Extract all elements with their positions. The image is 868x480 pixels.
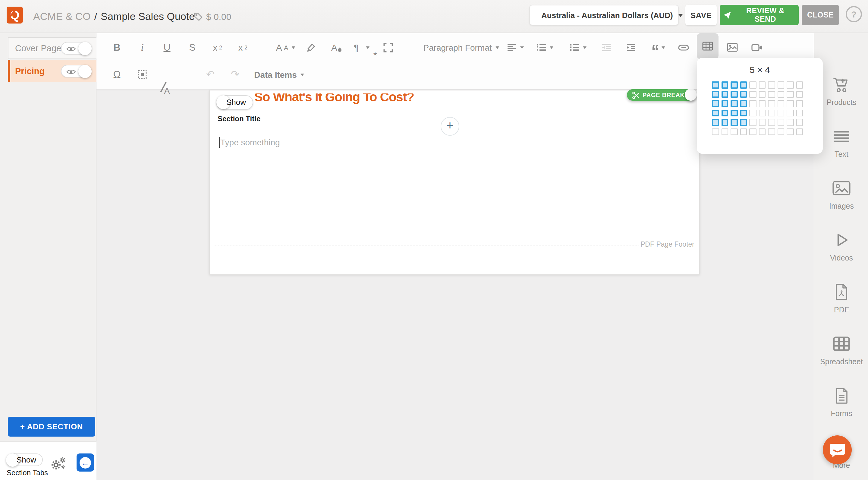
redo-button[interactable]: ↷: [227, 66, 243, 83]
embed-button[interactable]: [134, 66, 150, 83]
grid-cell[interactable]: [721, 82, 728, 88]
grid-cell[interactable]: [740, 100, 747, 107]
text-editor-area[interactable]: Type something: [219, 137, 280, 148]
grid-cell[interactable]: [749, 128, 756, 135]
insert-video-button[interactable]: [748, 39, 767, 56]
grid-cell[interactable]: [786, 91, 794, 98]
grid-cell[interactable]: [749, 82, 756, 88]
grid-cell[interactable]: [796, 128, 803, 135]
grid-cell[interactable]: [721, 128, 728, 135]
grid-cell[interactable]: [796, 82, 803, 88]
grid-cell[interactable]: [740, 119, 747, 126]
italic-button[interactable]: i: [137, 39, 147, 56]
grid-cell[interactable]: [731, 110, 738, 116]
grid-cell[interactable]: [740, 91, 747, 98]
align-button[interactable]: [503, 39, 527, 56]
grid-cell[interactable]: [768, 110, 775, 116]
help-button[interactable]: ?: [846, 6, 862, 22]
add-block-button[interactable]: +: [441, 117, 459, 136]
sidebar-item-pdf[interactable]: PDF: [814, 283, 868, 314]
font-size-button[interactable]: AA: [273, 39, 299, 56]
grid-cell[interactable]: [749, 100, 756, 107]
grid-cell[interactable]: [740, 110, 747, 116]
grid-cell[interactable]: [758, 100, 766, 107]
grid-cell[interactable]: [758, 91, 766, 98]
ordered-list-button[interactable]: [533, 39, 557, 56]
cover-page-visibility-toggle[interactable]: [61, 42, 91, 55]
sidebar-item-spreadsheet[interactable]: Spreadsheet: [814, 335, 868, 366]
page-break-toggle[interactable]: PAGE BREAK: [627, 89, 696, 101]
close-button[interactable]: CLOSE: [802, 5, 839, 25]
insert-image-button[interactable]: [723, 39, 741, 56]
paragraph-format-dropdown[interactable]: Paragraph Format: [420, 39, 502, 56]
grid-cell[interactable]: [712, 82, 719, 88]
grid-cell[interactable]: [731, 100, 738, 107]
grid-cell[interactable]: [740, 82, 747, 88]
grid-cell[interactable]: [758, 119, 766, 126]
superscript-button[interactable]: x2: [235, 39, 251, 56]
grid-cell[interactable]: [777, 119, 784, 126]
grid-cell[interactable]: [796, 119, 803, 126]
currency-select[interactable]: Australia - Australian Dollars (AUD): [529, 5, 679, 25]
grid-cell[interactable]: [768, 119, 775, 126]
save-button[interactable]: SAVE: [685, 5, 717, 25]
grid-cell[interactable]: [758, 128, 766, 135]
document-title[interactable]: Sample Sales Quote: [101, 10, 195, 23]
grid-cell[interactable]: [712, 100, 719, 107]
grid-cell[interactable]: [796, 110, 803, 116]
undo-button[interactable]: ↶: [203, 66, 218, 83]
grid-cell[interactable]: [768, 82, 775, 88]
subscript-button[interactable]: x2: [210, 39, 226, 56]
sidebar-item-pricing[interactable]: Pricing: [8, 60, 96, 82]
bullet-list-button[interactable]: [566, 39, 590, 56]
pricing-visibility-toggle[interactable]: [61, 64, 91, 77]
grid-cell[interactable]: [721, 110, 728, 116]
indent-button[interactable]: [623, 39, 640, 56]
grid-cell[interactable]: [786, 119, 794, 126]
grid-cell[interactable]: [712, 128, 719, 135]
paragraph-style-button[interactable]: ¶★: [350, 39, 373, 56]
blockquote-button[interactable]: “: [648, 39, 669, 56]
grid-cell[interactable]: [758, 82, 766, 88]
grid-cell[interactable]: [786, 82, 794, 88]
app-logo[interactable]: Q: [7, 7, 23, 24]
grid-cell[interactable]: [731, 119, 738, 126]
grid-cell[interactable]: [758, 110, 766, 116]
grid-cell[interactable]: [721, 91, 728, 98]
grid-cell[interactable]: [786, 128, 794, 135]
grid-cell[interactable]: [777, 91, 784, 98]
grid-cell[interactable]: [777, 128, 784, 135]
grid-cell[interactable]: [721, 100, 728, 107]
collapse-sidebar-button[interactable]: ←: [76, 453, 94, 472]
grid-cell[interactable]: [731, 91, 738, 98]
data-items-dropdown[interactable]: Data Items: [250, 66, 308, 83]
sidebar-item-forms[interactable]: Forms: [814, 387, 868, 418]
strikethrough-button[interactable]: S: [185, 39, 199, 56]
grid-cell[interactable]: [796, 91, 803, 98]
outdent-button[interactable]: [598, 39, 615, 56]
grid-cell[interactable]: [786, 100, 794, 107]
section-tabs-toggle[interactable]: Show: [7, 453, 43, 466]
clear-formatting-button[interactable]: A: [160, 83, 174, 99]
settings-gear-icon[interactable]: [51, 456, 66, 471]
review-send-button[interactable]: REVIEW & SEND: [720, 5, 799, 25]
chat-launcher-button[interactable]: [823, 436, 852, 464]
insert-table-button[interactable]: [697, 33, 718, 59]
grid-cell[interactable]: [777, 110, 784, 116]
section-title-text[interactable]: So What's It Going To Cost?: [254, 93, 628, 104]
section-title-show-toggle[interactable]: Show: [216, 95, 253, 110]
grid-cell[interactable]: [731, 128, 738, 135]
grid-cell[interactable]: [721, 119, 728, 126]
grid-cell[interactable]: [768, 100, 775, 107]
grid-cell[interactable]: [749, 91, 756, 98]
grid-cell[interactable]: [740, 128, 747, 135]
special-character-button[interactable]: Ω: [110, 66, 124, 83]
underline-button[interactable]: U: [160, 39, 174, 56]
grid-cell[interactable]: [768, 128, 775, 135]
grid-cell[interactable]: [777, 100, 784, 107]
link-button[interactable]: [675, 39, 692, 56]
fullscreen-button[interactable]: [380, 39, 397, 56]
grid-cell[interactable]: [786, 110, 794, 116]
grid-cell[interactable]: [749, 119, 756, 126]
grid-cell[interactable]: [731, 82, 738, 88]
